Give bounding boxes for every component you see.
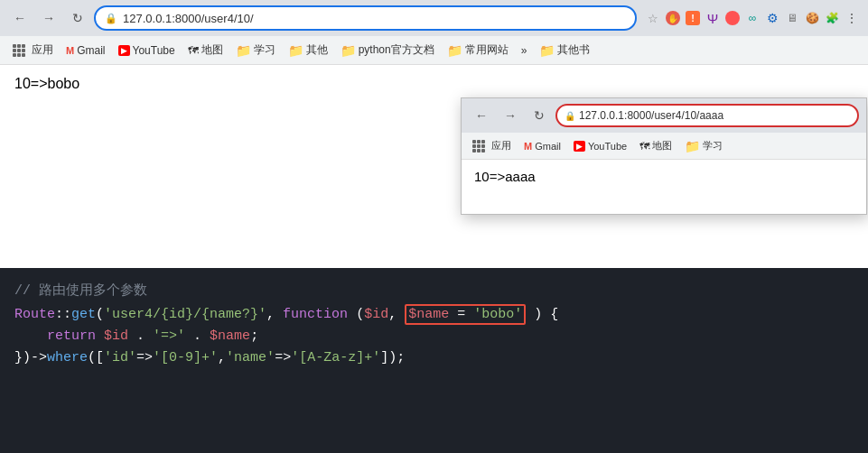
code-comment: // 路由使用多个参数 <box>14 283 147 299</box>
youtube-bookmark[interactable]: ▶ YouTube <box>113 42 181 59</box>
youtube-label: YouTube <box>133 44 175 57</box>
overlay-titlebar: ← → ↻ 🔒 127.0.0.1:8000/user4/10/aaaa <box>462 98 866 133</box>
overlay-address-bar[interactable]: 🔒 127.0.0.1:8000/user4/10/aaaa <box>555 104 859 127</box>
browser-overlay: ← → ↻ 🔒 127.0.0.1:8000/user4/10/aaaa 应用 … <box>461 97 867 215</box>
fork-icon: Ψ <box>704 9 722 27</box>
route-string: 'user4/{id}/{name?}' <box>104 307 266 322</box>
other-bookmark[interactable]: 📁 其他 <box>283 41 333 60</box>
overlay-apps-label: 应用 <box>491 139 511 153</box>
common-sites-label: 常用网站 <box>465 42 509 58</box>
code-comment-line: // 路由使用多个参数 <box>14 281 854 302</box>
gear-icon[interactable]: ⚙ <box>763 9 781 27</box>
badge-icon: ! <box>684 9 702 27</box>
overlay-maps-icon: 🗺 <box>639 141 649 152</box>
gmail-bookmark[interactable]: M Gmail <box>61 42 111 59</box>
arrow-string: '=>' <box>153 328 185 344</box>
main-url: 127.0.0.1:8000/user4/10/ <box>123 12 254 25</box>
function-keyword: function <box>283 307 348 322</box>
svg-text:∞: ∞ <box>749 12 757 24</box>
overlay-youtube-icon: ▶ <box>574 141 585 152</box>
svg-text:✋: ✋ <box>667 13 679 24</box>
study-folder-icon: 📁 <box>236 43 251 58</box>
lock-icon: 🔒 <box>105 13 117 24</box>
apps-bookmark[interactable]: 应用 <box>7 41 59 60</box>
python-bookmark[interactable]: 📁 python官方文档 <box>335 41 440 60</box>
overlay-forward-button[interactable]: → <box>498 103 523 128</box>
cookie-icon: 🍪 <box>803 9 821 27</box>
overlay-maps-label: 地图 <box>652 139 672 153</box>
overlay-gmail-label: Gmail <box>535 141 561 152</box>
python-label: python官方文档 <box>359 42 434 58</box>
bookmarks-bar: 应用 M Gmail ▶ YouTube 🗺 地图 📁 学习 📁 其他 📁 py… <box>0 36 868 65</box>
highlight-param: $name = 'bobo' <box>405 304 526 325</box>
get-function: get <box>71 307 96 322</box>
overlay-back-button[interactable]: ← <box>469 103 494 128</box>
name-var: $name <box>210 328 250 344</box>
code-line-3: })->where(['id'=>'[0-9]+','name'=>'[A-Za… <box>14 347 854 369</box>
id-key: 'id' <box>104 350 136 365</box>
forward-button[interactable]: → <box>36 5 61 31</box>
study-bookmark[interactable]: 📁 学习 <box>230 41 281 60</box>
return-keyword: return <box>47 328 96 344</box>
overlay-reload-button[interactable]: ↻ <box>527 103 552 128</box>
other-books-bookmark[interactable]: 📁 其他书 <box>534 41 595 60</box>
name-key: 'name' <box>226 350 275 365</box>
gmail-label: Gmail <box>77 44 105 57</box>
overlay-gmail-bookmark[interactable]: M Gmail <box>518 139 566 153</box>
svg-text:!: ! <box>691 13 695 23</box>
overlay-study-folder-icon: 📁 <box>685 139 700 153</box>
shield-hand-icon: ✋ <box>664 9 682 27</box>
maps-bookmark[interactable]: 🗺 地图 <box>182 41 229 60</box>
overlay-lock-icon: 🔒 <box>565 111 575 121</box>
infinity-icon: ∞ <box>743 9 761 27</box>
overlay-study-label: 学习 <box>703 139 723 153</box>
overlay-url: 127.0.0.1:8000/user4/10/aaaa <box>579 109 723 122</box>
code-line-1: Route::get('user4/{id}/{name?}', functio… <box>14 304 854 326</box>
overlay-gmail-icon: M <box>524 141 532 152</box>
overlay-bookmarks-bar: 应用 M Gmail ▶ YouTube 🗺 地图 📁 学习 <box>462 133 866 160</box>
more-icon: » <box>521 44 527 57</box>
youtube-icon: ▶ <box>118 45 130 56</box>
circle-red-icon <box>723 9 742 27</box>
python-folder-icon: 📁 <box>341 43 356 58</box>
maps-label: 地图 <box>201 42 223 58</box>
where-function: where <box>47 350 88 365</box>
more-bookmarks[interactable]: » <box>516 42 533 59</box>
overlay-apps-bookmark[interactable]: 应用 <box>467 137 517 154</box>
overlay-youtube-bookmark[interactable]: ▶ YouTube <box>568 139 632 153</box>
toolbar-icons: ☆ ✋ ! Ψ ∞ ⚙ 🖥 🍪 🧩 ⋮ <box>644 9 861 27</box>
code-editor: // 路由使用多个参数 Route::get('user4/{id}/{name… <box>0 268 868 453</box>
overlay-youtube-label: YouTube <box>588 141 627 152</box>
main-address-bar[interactable]: 🔒 127.0.0.1:8000/user4/10/ <box>94 5 637 31</box>
common-sites-bookmark[interactable]: 📁 常用网站 <box>442 41 514 60</box>
id-var: $id <box>104 328 128 344</box>
apps-label: 应用 <box>32 42 53 58</box>
overlay-maps-bookmark[interactable]: 🗺 地图 <box>634 137 677 154</box>
id-val: '[0-9]+' <box>153 350 218 365</box>
other-books-label: 其他书 <box>557 42 590 58</box>
route-keyword: Route <box>14 307 55 322</box>
main-titlebar: ← → ↻ 🔒 127.0.0.1:8000/user4/10/ ☆ ✋ ! Ψ… <box>0 0 868 36</box>
main-page-text: 10=>bobo <box>14 76 79 91</box>
other-label: 其他 <box>306 42 328 58</box>
browser-main: ← → ↻ 🔒 127.0.0.1:8000/user4/10/ ☆ ✋ ! Ψ… <box>0 0 868 65</box>
gmail-icon: M <box>66 45 74 56</box>
overlay-study-bookmark[interactable]: 📁 学习 <box>679 137 728 155</box>
name-val: '[A-Za-z]+' <box>291 350 380 365</box>
back-button[interactable]: ← <box>7 5 33 31</box>
other-books-folder-icon: 📁 <box>539 43 555 58</box>
bookmark-star-icon[interactable]: ☆ <box>644 9 662 27</box>
id-param: $id <box>364 307 388 322</box>
puzzle-icon[interactable]: 🧩 <box>823 9 841 27</box>
overlay-page-content: 10=>aaaa <box>462 160 866 214</box>
code-line-2: return $id . '=>' . $name; <box>14 326 854 347</box>
maps-icon: 🗺 <box>188 44 199 57</box>
monitor-icon: 🖥 <box>783 9 801 27</box>
other-folder-icon: 📁 <box>288 43 303 58</box>
study-label: 学习 <box>254 42 275 58</box>
menu-icon[interactable]: ⋮ <box>843 9 861 27</box>
overlay-page-text: 10=>aaaa <box>474 169 536 184</box>
reload-button[interactable]: ↻ <box>65 5 90 31</box>
common-sites-folder-icon: 📁 <box>447 43 462 58</box>
